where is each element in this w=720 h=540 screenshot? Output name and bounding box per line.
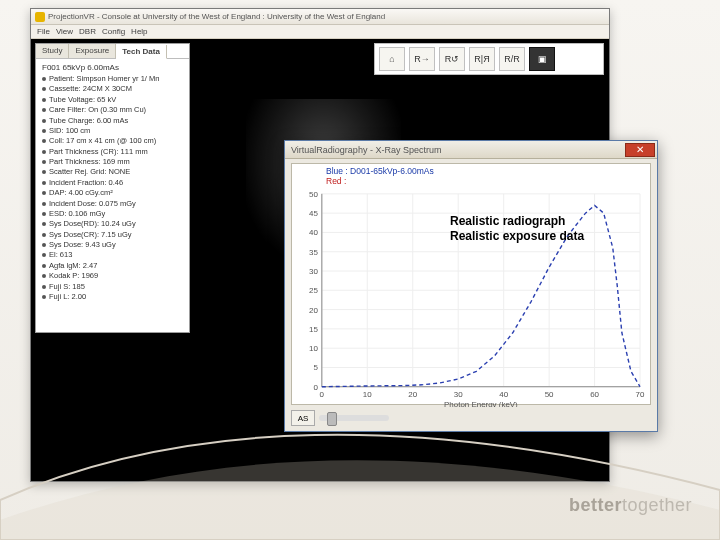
- tech-fields: F001 65kVp 6.00mAs Patient: Simpson Home…: [36, 59, 189, 305]
- spectrum-footer: AS: [291, 409, 651, 427]
- tech-field: Incident Fraction: 0.46: [42, 178, 185, 188]
- flip-rf-icon[interactable]: R→: [409, 47, 435, 71]
- tech-field-text: DAP: 4.00 cGy.cm²: [49, 188, 113, 197]
- spectrum-plot: Blue : D001-65kVp-6.00mAs Red : 01020304…: [291, 163, 651, 405]
- bullet-icon: [42, 160, 46, 164]
- bullet-icon: [42, 243, 46, 247]
- bullet-icon: [42, 274, 46, 278]
- tech-field-text: Sys Dose(CR): 7.15 uGy: [49, 230, 132, 239]
- mirror-rr-icon[interactable]: R|Я: [469, 47, 495, 71]
- bullet-icon: [42, 77, 46, 81]
- tech-field: Tube Charge: 6.00 mAs: [42, 116, 185, 126]
- svg-text:10: 10: [309, 344, 318, 353]
- tech-field-text: Agfa lgM: 2.47: [49, 261, 97, 270]
- spectrum-titlebar[interactable]: VirtualRadiography - X-Ray Spectrum ✕: [285, 141, 657, 159]
- brand-light: together: [622, 495, 692, 515]
- menu-dbr[interactable]: DBR: [79, 27, 96, 36]
- svg-text:50: 50: [545, 390, 554, 399]
- tech-field: Sys Dose(CR): 7.15 uGy: [42, 230, 185, 240]
- bullet-icon: [42, 233, 46, 237]
- svg-text:50: 50: [309, 190, 318, 199]
- stack-rr-icon[interactable]: R/R: [499, 47, 525, 71]
- main-titlebar: ProjectionVR - Console at University of …: [31, 9, 609, 25]
- bullet-icon: [42, 212, 46, 216]
- svg-text:15: 15: [309, 325, 318, 334]
- svg-text:40: 40: [499, 390, 508, 399]
- spectrum-slider[interactable]: [319, 415, 389, 421]
- tech-field: Fuji S: 185: [42, 282, 185, 292]
- spectrum-window[interactable]: VirtualRadiography - X-Ray Spectrum ✕ Bl…: [284, 140, 658, 432]
- svg-text:25: 25: [309, 286, 318, 295]
- svg-text:35: 35: [309, 248, 318, 257]
- tab-exposure[interactable]: Exposure: [69, 44, 116, 58]
- brand-bold: better: [569, 495, 622, 515]
- viewer-toolbar: ⌂ R→ R↺ R|Я R/R ▣: [374, 43, 604, 75]
- tech-field: El: 613: [42, 250, 185, 260]
- bullet-icon: [42, 108, 46, 112]
- tech-field-text: Coll: 17 cm x 41 cm (@ 100 cm): [49, 136, 156, 145]
- bullet-icon: [42, 119, 46, 123]
- svg-text:30: 30: [454, 390, 463, 399]
- tech-data-panel: Study Exposure Tech Data F001 65kVp 6.00…: [35, 43, 190, 333]
- svg-text:45: 45: [309, 209, 318, 218]
- svg-text:20: 20: [408, 390, 417, 399]
- spectrum-title: VirtualRadiography - X-Ray Spectrum: [291, 145, 441, 155]
- tech-field: Cassette: 24CM X 30CM: [42, 84, 185, 94]
- svg-text:Photon Energy (keV): Photon Energy (keV): [444, 400, 518, 407]
- tech-field: Part Thickness: 169 mm: [42, 157, 185, 167]
- overlay-icon[interactable]: ▣: [529, 47, 555, 71]
- tech-field: Incident Dose: 0.075 mGy: [42, 199, 185, 209]
- tech-field: DAP: 4.00 cGy.cm²: [42, 188, 185, 198]
- tech-field-text: ESD: 0.106 mGy: [49, 209, 105, 218]
- tech-field: Fuji L: 2.00: [42, 292, 185, 302]
- tech-field-text: Fuji S: 185: [49, 282, 85, 291]
- tech-field: Kodak P: 1969: [42, 271, 185, 281]
- tech-field-text: El: 613: [49, 250, 72, 259]
- bullet-icon: [42, 170, 46, 174]
- tech-field-text: Kodak P: 1969: [49, 271, 98, 280]
- tech-field-text: Scatter Rej. Grid: NONE: [49, 167, 130, 176]
- tech-field-text: Patient: Simpson Homer yr 1/ Mn: [49, 74, 159, 83]
- tech-field-text: Tube Charge: 6.00 mAs: [49, 116, 128, 125]
- bullet-icon: [42, 98, 46, 102]
- tech-field: Coll: 17 cm x 41 cm (@ 100 cm): [42, 136, 185, 146]
- menu-file[interactable]: File: [37, 27, 50, 36]
- svg-text:10: 10: [363, 390, 372, 399]
- svg-text:0: 0: [313, 383, 318, 392]
- tech-field-text: Incident Fraction: 0.46: [49, 178, 123, 187]
- menubar: File View DBR Config Help: [31, 25, 609, 39]
- tech-field: Care Filter: On (0.30 mm Cu): [42, 105, 185, 115]
- tech-field-text: Sys Dose(RD): 10.24 uGy: [49, 219, 136, 228]
- bullet-icon: [42, 202, 46, 206]
- app-icon: [35, 12, 45, 22]
- menu-config[interactable]: Config: [102, 27, 125, 36]
- tech-field: Scatter Rej. Grid: NONE: [42, 167, 185, 177]
- svg-text:70: 70: [636, 390, 645, 399]
- as-button[interactable]: AS: [291, 410, 315, 426]
- spectrum-chart: 01020304050607005101520253035404550Photo…: [292, 164, 650, 407]
- rotate-rl-icon[interactable]: R↺: [439, 47, 465, 71]
- tech-field-text: Part Thickness: 169 mm: [49, 157, 130, 166]
- brand-footer: bettertogether: [569, 495, 692, 516]
- close-icon[interactable]: ✕: [625, 143, 655, 157]
- bullet-icon: [42, 191, 46, 195]
- menu-help[interactable]: Help: [131, 27, 147, 36]
- tech-field-text: Sys Dose: 9.43 uGy: [49, 240, 116, 249]
- bullet-icon: [42, 222, 46, 226]
- bullet-icon: [42, 295, 46, 299]
- tech-field-text: Cassette: 24CM X 30CM: [49, 84, 132, 93]
- tab-tech-data[interactable]: Tech Data: [116, 45, 167, 59]
- svg-text:40: 40: [309, 228, 318, 237]
- menu-view[interactable]: View: [56, 27, 73, 36]
- tech-field: Agfa lgM: 2.47: [42, 261, 185, 271]
- svg-text:30: 30: [309, 267, 318, 276]
- tech-field-text: Care Filter: On (0.30 mm Cu): [49, 105, 146, 114]
- tech-field: Sys Dose(RD): 10.24 uGy: [42, 219, 185, 229]
- bullet-icon: [42, 181, 46, 185]
- svg-text:20: 20: [309, 306, 318, 315]
- tab-study[interactable]: Study: [36, 44, 69, 58]
- tech-field-text: SID: 100 cm: [49, 126, 90, 135]
- home-icon[interactable]: ⌂: [379, 47, 405, 71]
- svg-text:5: 5: [313, 363, 318, 372]
- tech-field-text: Incident Dose: 0.075 mGy: [49, 199, 136, 208]
